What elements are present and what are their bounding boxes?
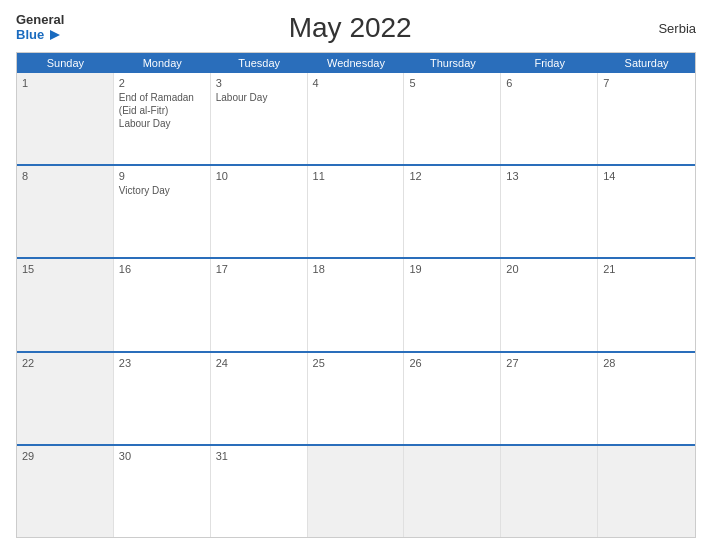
day-cell: 8	[17, 166, 114, 257]
day-cell: 16	[114, 259, 211, 350]
day-number: 31	[216, 450, 302, 462]
day-cell: 27	[501, 353, 598, 444]
day-cell: 10	[211, 166, 308, 257]
day-cell: 29	[17, 446, 114, 537]
day-cell: 22	[17, 353, 114, 444]
day-cell: 11	[308, 166, 405, 257]
day-number: 12	[409, 170, 495, 182]
day-number: 17	[216, 263, 302, 275]
day-number: 21	[603, 263, 690, 275]
day-cell: 3Labour Day	[211, 73, 308, 164]
day-number: 5	[409, 77, 495, 89]
day-cell: 13	[501, 166, 598, 257]
day-header: Sunday	[17, 53, 114, 73]
logo: General Blue	[16, 13, 64, 44]
day-cell: 21	[598, 259, 695, 350]
day-header: Monday	[114, 53, 211, 73]
day-cell: 2End of Ramadan(Eid al-Fitr)Labour Day	[114, 73, 211, 164]
day-cell: 12	[404, 166, 501, 257]
day-cell: 19	[404, 259, 501, 350]
day-number: 29	[22, 450, 108, 462]
day-number: 8	[22, 170, 108, 182]
month-title: May 2022	[64, 12, 636, 44]
day-number: 27	[506, 357, 592, 369]
day-event: Labour Day	[119, 117, 205, 130]
day-number: 30	[119, 450, 205, 462]
svg-marker-0	[50, 30, 60, 40]
day-cell	[308, 446, 405, 537]
day-event: End of Ramadan	[119, 91, 205, 104]
day-cell: 30	[114, 446, 211, 537]
day-number: 28	[603, 357, 690, 369]
day-event: (Eid al-Fitr)	[119, 104, 205, 117]
day-cell: 5	[404, 73, 501, 164]
day-header: Friday	[501, 53, 598, 73]
logo-blue: Blue	[16, 28, 44, 41]
week-row: 22232425262728	[17, 351, 695, 444]
day-number: 13	[506, 170, 592, 182]
day-cell: 25	[308, 353, 405, 444]
day-number: 14	[603, 170, 690, 182]
day-number: 20	[506, 263, 592, 275]
day-number: 16	[119, 263, 205, 275]
logo-general: General	[16, 13, 64, 26]
week-row: 12End of Ramadan(Eid al-Fitr)Labour Day3…	[17, 73, 695, 164]
page: General Blue May 2022 Serbia SundayMonda…	[0, 0, 712, 550]
day-event: Labour Day	[216, 91, 302, 104]
day-cell: 4	[308, 73, 405, 164]
day-cell: 26	[404, 353, 501, 444]
day-cell	[501, 446, 598, 537]
day-cell: 14	[598, 166, 695, 257]
day-cell: 28	[598, 353, 695, 444]
day-header: Thursday	[404, 53, 501, 73]
day-cell	[404, 446, 501, 537]
day-cell: 24	[211, 353, 308, 444]
day-cell: 6	[501, 73, 598, 164]
day-number: 25	[313, 357, 399, 369]
day-cell: 31	[211, 446, 308, 537]
week-row: 89Victory Day1011121314	[17, 164, 695, 257]
day-cell: 1	[17, 73, 114, 164]
country-label: Serbia	[636, 21, 696, 36]
day-header: Wednesday	[308, 53, 405, 73]
header: General Blue May 2022 Serbia	[16, 12, 696, 44]
weeks: 12End of Ramadan(Eid al-Fitr)Labour Day3…	[17, 73, 695, 537]
day-cell: 7	[598, 73, 695, 164]
day-event: Victory Day	[119, 184, 205, 197]
day-cell: 20	[501, 259, 598, 350]
week-row: 293031	[17, 444, 695, 537]
day-number: 22	[22, 357, 108, 369]
day-number: 23	[119, 357, 205, 369]
calendar: SundayMondayTuesdayWednesdayThursdayFrid…	[16, 52, 696, 538]
day-cell: 17	[211, 259, 308, 350]
day-cell: 18	[308, 259, 405, 350]
day-number: 15	[22, 263, 108, 275]
logo-icon	[46, 26, 64, 44]
day-number: 4	[313, 77, 399, 89]
day-number: 3	[216, 77, 302, 89]
day-number: 7	[603, 77, 690, 89]
day-header: Tuesday	[211, 53, 308, 73]
day-number: 2	[119, 77, 205, 89]
day-headers: SundayMondayTuesdayWednesdayThursdayFrid…	[17, 53, 695, 73]
day-number: 6	[506, 77, 592, 89]
day-number: 1	[22, 77, 108, 89]
day-cell: 9Victory Day	[114, 166, 211, 257]
day-number: 9	[119, 170, 205, 182]
week-row: 15161718192021	[17, 257, 695, 350]
day-header: Saturday	[598, 53, 695, 73]
day-cell	[598, 446, 695, 537]
day-cell: 15	[17, 259, 114, 350]
day-number: 19	[409, 263, 495, 275]
day-number: 10	[216, 170, 302, 182]
day-number: 18	[313, 263, 399, 275]
day-number: 11	[313, 170, 399, 182]
day-number: 24	[216, 357, 302, 369]
day-number: 26	[409, 357, 495, 369]
day-cell: 23	[114, 353, 211, 444]
